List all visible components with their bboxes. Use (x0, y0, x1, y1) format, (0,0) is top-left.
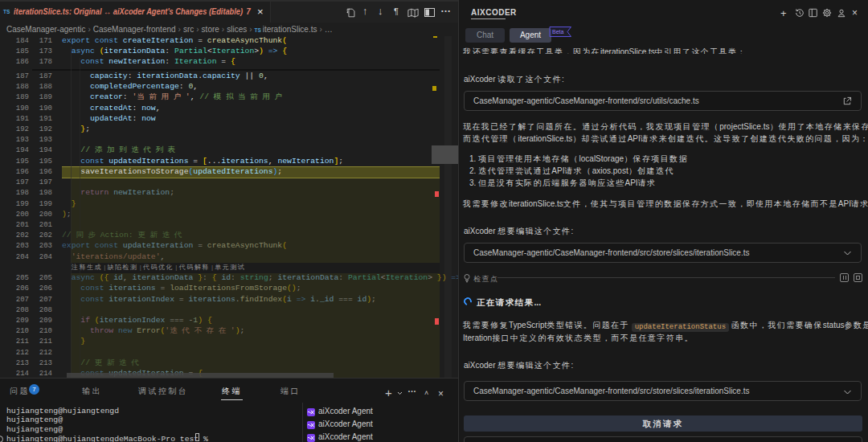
svg-text:Beta: Beta (552, 29, 564, 35)
